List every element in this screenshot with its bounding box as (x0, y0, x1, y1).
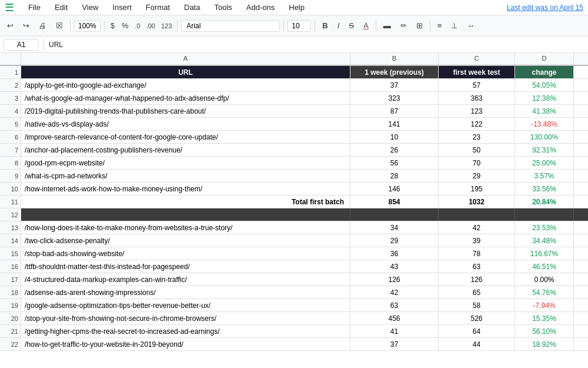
cell-url-16[interactable]: /ttfb-shouldnt-matter-test-this-instead-… (21, 260, 350, 273)
cell-change-16[interactable]: 46.51% (515, 260, 574, 273)
cell-url-6[interactable]: /improve-search-relevance-of-content-for… (21, 131, 350, 143)
cell-first-week-3[interactable]: 363 (439, 92, 515, 104)
cell-change-20[interactable]: 15.35% (515, 312, 574, 324)
cell-change-5[interactable]: -13.48% (515, 118, 574, 130)
cell-change-11[interactable]: 20.84% (515, 195, 574, 208)
merge-button[interactable]: ⊞ (413, 19, 426, 32)
menu-data[interactable]: Data (182, 2, 202, 13)
cell-url-13[interactable]: /how-long-does-it-take-to-make-money-fro… (21, 221, 350, 234)
cell-change-12[interactable] (515, 208, 574, 221)
cell-url-7[interactable]: /anchor-ad-placement-costing-publishers-… (21, 144, 350, 156)
font-selector[interactable] (181, 20, 280, 32)
menu-format[interactable]: Format (143, 2, 172, 13)
halign-button[interactable]: ≡ (434, 19, 446, 32)
cell-first-week-22[interactable]: 44 (439, 338, 515, 350)
cell-prev-week-20[interactable]: 456 (350, 312, 439, 324)
cell-prev-week-7[interactable]: 26 (350, 144, 439, 156)
cell-first-week-2[interactable]: 57 (439, 79, 515, 91)
menu-edit[interactable]: Edit (52, 2, 70, 13)
currency-format-button[interactable]: $ (108, 19, 117, 32)
col-header-E[interactable]: E (574, 53, 588, 65)
valign-button[interactable]: ⊥ (447, 19, 461, 32)
percent-format-button[interactable]: % (119, 19, 131, 32)
more-button[interactable]: ↔ (463, 19, 478, 32)
cell-first-week-4[interactable]: 123 (439, 105, 515, 117)
cell-url-4[interactable]: /2019-digital-publishing-trends-that-pub… (21, 105, 350, 117)
fillcolor-button[interactable]: ▬ (380, 19, 395, 32)
cell-change-22[interactable]: 18.92% (515, 338, 574, 350)
cell-first-week-19[interactable]: 58 (439, 299, 515, 311)
redo-button[interactable]: ↪ (19, 19, 33, 32)
cell-url-15[interactable]: /stop-bad-ads-showing-website/ (21, 247, 350, 260)
cell-change-2[interactable]: 54.05% (515, 79, 574, 91)
cell-first-week-11[interactable]: 1032 (439, 195, 515, 208)
cell-prev-week-6[interactable]: 10 (350, 131, 439, 143)
cell-url-21[interactable]: /getting-higher-cpms-the-real-secret-to-… (21, 325, 350, 337)
paintformat-button[interactable]: ☒ (52, 19, 66, 32)
italic-button[interactable]: I (334, 19, 343, 32)
cell-change-4[interactable]: 41.38% (515, 105, 574, 117)
cell-prev-week-10[interactable]: 146 (350, 183, 439, 195)
cell-url-20[interactable]: /stop-your-site-from-showing-not-secure-… (21, 312, 350, 324)
cell-change-8[interactable]: 25.00% (515, 157, 574, 169)
cell-first-week-7[interactable]: 50 (439, 144, 515, 156)
cell-change-7[interactable]: 92.31% (515, 144, 574, 156)
decimal0-button[interactable]: .0 (133, 20, 142, 32)
cell-prev-week-3[interactable]: 323 (350, 92, 439, 104)
cell-url-3[interactable]: /what-is-google-ad-manager-what-happened… (21, 92, 350, 104)
cell-prev-week-2[interactable]: 37 (350, 79, 439, 91)
cell-prev-week-5[interactable]: 141 (350, 118, 439, 130)
header-cell-first-week[interactable]: first week test (439, 66, 515, 78)
menu-file[interactable]: File (26, 2, 43, 13)
cell-prev-week-4[interactable]: 87 (350, 105, 439, 117)
menu-insert[interactable]: Insert (110, 2, 134, 13)
cell-prev-week-21[interactable]: 41 (350, 325, 439, 337)
decimal2-button[interactable]: .00 (145, 20, 157, 32)
cell-url-2[interactable]: /apply-to-get-into-google-ad-exchange/ (21, 79, 350, 91)
cell-change-14[interactable]: 34.48% (515, 234, 574, 247)
menu-tools[interactable]: Tools (212, 2, 234, 13)
col-header-A[interactable]: A (21, 53, 350, 65)
cell-change-18[interactable]: 54.76% (515, 286, 574, 299)
header-cell-change[interactable]: change (515, 66, 574, 78)
cell-first-week-21[interactable]: 64 (439, 325, 515, 337)
cell-change-6[interactable]: 130.00% (515, 131, 574, 143)
cell-first-week-20[interactable]: 526 (439, 312, 515, 324)
header-cell-prev-week[interactable]: 1 week (previous) (350, 66, 439, 78)
cell-change-17[interactable]: 0.00% (515, 273, 574, 286)
cell-change-15[interactable]: 116.67% (515, 247, 574, 260)
cell-url-12[interactable] (21, 208, 350, 221)
cell-prev-week-18[interactable]: 42 (350, 286, 439, 299)
cell-url-11[interactable]: Total first batch (21, 195, 350, 208)
cell-url-18[interactable]: /adsense-ads-arent-showing-impressions/ (21, 286, 350, 299)
cell-url-19[interactable]: /google-adsense-optimization-tips-better… (21, 299, 350, 311)
borders-button[interactable]: ✏ (397, 19, 410, 32)
cell-prev-week-15[interactable]: 36 (350, 247, 439, 260)
col-header-D[interactable]: D (515, 53, 574, 65)
format123-button[interactable]: 123 (159, 20, 173, 32)
zoom-selector[interactable]: 100% (74, 20, 101, 32)
strikethrough-button[interactable]: S (345, 19, 358, 32)
cell-first-week-15[interactable]: 78 (439, 247, 515, 260)
cell-url-14[interactable]: /two-click-adsense-penalty/ (21, 234, 350, 247)
cell-url-9[interactable]: /what-is-cpm-ad-networks/ (21, 170, 350, 182)
textcolor-button[interactable]: A (360, 19, 372, 32)
cell-prev-week-11[interactable]: 854 (350, 195, 439, 208)
cell-first-week-13[interactable]: 42 (439, 221, 515, 234)
bold-button[interactable]: B (319, 19, 331, 32)
cell-first-week-10[interactable]: 195 (439, 183, 515, 195)
col-header-B[interactable]: B (350, 53, 439, 65)
cell-change-19[interactable]: -7.94% (515, 299, 574, 311)
cell-change-3[interactable]: 12.38% (515, 92, 574, 104)
cell-prev-week-16[interactable]: 43 (350, 260, 439, 273)
cell-first-week-9[interactable]: 29 (439, 170, 515, 182)
cell-reference[interactable]: A1 (4, 39, 39, 51)
col-header-C[interactable]: C (439, 53, 515, 65)
cell-change-21[interactable]: 56.10% (515, 325, 574, 337)
undo-button[interactable]: ↩ (4, 19, 17, 32)
cell-prev-week-9[interactable]: 28 (350, 170, 439, 182)
header-cell-url[interactable]: URL (21, 66, 350, 78)
menu-addons[interactable]: Add-ons (244, 2, 277, 13)
cell-first-week-18[interactable]: 65 (439, 286, 515, 299)
cell-prev-week-14[interactable]: 29 (350, 234, 439, 247)
